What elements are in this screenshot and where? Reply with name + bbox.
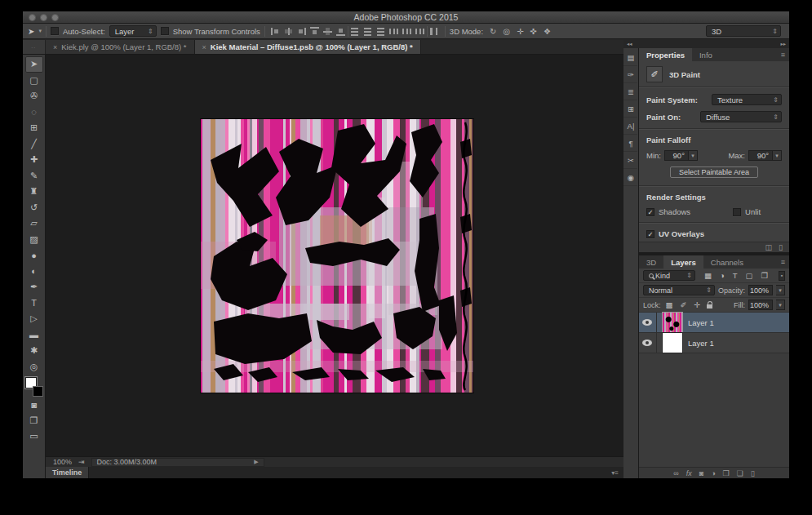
- layer-thumbnail[interactable]: [663, 313, 682, 332]
- layer-row[interactable]: Layer 1: [639, 333, 789, 353]
- lock-position-icon[interactable]: ✛: [692, 300, 702, 309]
- eye-icon[interactable]: [642, 340, 652, 346]
- marquee-tool[interactable]: ▢: [25, 73, 43, 89]
- type-tool[interactable]: T: [25, 295, 43, 312]
- distribute-top-edges-icon[interactable]: [349, 27, 360, 36]
- align-top-edges-icon[interactable]: [309, 27, 320, 36]
- layer-comps-panel-icon[interactable]: ⊞: [623, 101, 637, 118]
- distribute-left-edges-icon[interactable]: [388, 27, 399, 36]
- 3d-pan-icon[interactable]: ✛: [517, 27, 523, 36]
- uv-overlays-checkbox[interactable]: ✓: [646, 230, 654, 238]
- tab-channels[interactable]: Channels: [703, 255, 751, 269]
- lock-transparency-icon[interactable]: ▩: [664, 300, 675, 309]
- clone-stamp-tool[interactable]: ♜: [25, 184, 43, 200]
- tab-timeline[interactable]: Timeline: [46, 467, 89, 478]
- move-tool[interactable]: ➤: [25, 56, 43, 73]
- show-transform-checkbox[interactable]: [161, 27, 169, 35]
- maximize-window-icon[interactable]: [51, 14, 59, 21]
- canvas-area[interactable]: [46, 55, 623, 456]
- new-layer-icon[interactable]: ❏: [737, 469, 743, 477]
- filter-kind-dropdown[interactable]: Kind ⇕: [643, 270, 695, 281]
- 3d-roll-icon[interactable]: ◎: [503, 27, 510, 36]
- lock-pixels-icon[interactable]: ✐: [678, 300, 688, 309]
- zoom-tool[interactable]: ◎: [25, 359, 43, 375]
- panel-menu-icon[interactable]: ≡: [781, 255, 789, 269]
- libraries-panel-icon[interactable]: ▤: [623, 50, 637, 66]
- opacity-dropdown-button[interactable]: ▾: [776, 285, 785, 295]
- workspace-dropdown[interactable]: 3D ⇕: [706, 25, 781, 37]
- collapse-panels-icon[interactable]: ◂◂: [627, 41, 632, 47]
- auto-select-checkbox[interactable]: [51, 27, 59, 35]
- visibility-cell[interactable]: [639, 333, 657, 353]
- timeline-menu-icon[interactable]: ▾≡: [611, 467, 623, 478]
- filter-pixel-layers-icon[interactable]: ▦: [703, 271, 713, 280]
- distribute-horizontal-centers-icon[interactable]: [402, 27, 412, 36]
- filter-smart-objects-icon[interactable]: ❐: [760, 271, 770, 280]
- expand-panels-icon[interactable]: ▸▸: [780, 41, 786, 47]
- align-vertical-centers-icon[interactable]: [322, 27, 333, 36]
- filter-toggle-switch[interactable]: ▪: [779, 271, 785, 281]
- toggle-visibility-icon[interactable]: ◫: [765, 243, 773, 251]
- unlit-checkbox[interactable]: [733, 208, 741, 216]
- filter-adjustment-layers-icon[interactable]: ◑: [718, 271, 726, 280]
- new-group-icon[interactable]: ❒: [723, 469, 730, 477]
- auto-align-layers-icon[interactable]: [428, 27, 439, 36]
- blend-mode-dropdown[interactable]: Normal ⇕: [643, 285, 715, 295]
- min-dropdown-button[interactable]: ▾: [689, 150, 698, 161]
- fill-dropdown-button[interactable]: ▾: [776, 300, 785, 310]
- layer-fill-value[interactable]: 100%: [748, 300, 773, 310]
- character-panel-icon[interactable]: A|: [623, 118, 637, 135]
- quick-selection-tool[interactable]: ◌: [25, 104, 43, 121]
- paint-on-dropdown[interactable]: Diffuse ⇕: [700, 111, 782, 122]
- path-selection-tool[interactable]: ▷: [25, 311, 43, 327]
- link-layers-icon[interactable]: ∞: [673, 469, 678, 477]
- eraser-tool[interactable]: ▱: [25, 215, 43, 232]
- screen-mode-full-icon[interactable]: ▭: [25, 428, 43, 445]
- delete-layer-icon[interactable]: ▯: [751, 469, 755, 477]
- tool-preset-caret-icon[interactable]: ▾: [38, 28, 42, 34]
- distribute-vertical-centers-icon[interactable]: [362, 27, 373, 36]
- brush-tool[interactable]: ✎: [25, 168, 43, 184]
- layer-style-icon[interactable]: fx: [686, 469, 692, 477]
- zoom-level[interactable]: 100%: [53, 458, 72, 466]
- layer-row[interactable]: Layer 1: [639, 313, 789, 333]
- eye-icon[interactable]: [642, 319, 652, 326]
- distribute-bottom-edges-icon[interactable]: [375, 27, 386, 36]
- filter-type-layers-icon[interactable]: T: [731, 271, 739, 280]
- brush-panel-icon[interactable]: ✑: [623, 67, 637, 83]
- quick-mask-icon[interactable]: ◙: [25, 397, 43, 413]
- blur-tool[interactable]: ●: [25, 247, 43, 264]
- dodge-tool[interactable]: ◐: [25, 264, 43, 280]
- smudge-panel-icon[interactable]: ◉: [623, 170, 637, 186]
- close-tab-icon[interactable]: ×: [202, 43, 206, 51]
- align-horizontal-centers-icon[interactable]: [283, 27, 294, 36]
- tab-properties[interactable]: Properties: [639, 48, 692, 61]
- status-options-arrow-icon[interactable]: ▶: [254, 459, 258, 465]
- shadows-checkbox[interactable]: ✓: [646, 208, 654, 216]
- adjustment-layer-icon[interactable]: ◑: [711, 469, 715, 477]
- tool-presets-panel-icon[interactable]: ✂: [623, 153, 637, 169]
- layer-opacity-value[interactable]: 100%: [748, 285, 773, 295]
- align-right-edges-icon[interactable]: [296, 27, 307, 36]
- delete-icon[interactable]: ▯: [779, 243, 783, 251]
- add-mask-icon[interactable]: ◙: [699, 469, 703, 477]
- auto-select-dropdown[interactable]: Layer ⇕: [109, 25, 157, 37]
- crop-tool[interactable]: ⊞: [25, 120, 43, 136]
- diffuse-texture-image[interactable]: [201, 119, 473, 393]
- shape-tool[interactable]: ▬: [25, 327, 43, 344]
- gradient-tool[interactable]: ▨: [25, 232, 43, 248]
- align-bottom-edges-icon[interactable]: [335, 27, 346, 36]
- screen-mode-icon[interactable]: ❐: [25, 413, 43, 429]
- panel-menu-icon[interactable]: ≡: [781, 48, 789, 61]
- color-swatches[interactable]: [25, 377, 43, 397]
- healing-brush-tool[interactable]: ✚: [25, 152, 43, 168]
- brush-presets-panel-icon[interactable]: ≣: [623, 84, 637, 100]
- distribute-right-edges-icon[interactable]: [415, 27, 425, 36]
- lock-all-icon[interactable]: [707, 304, 712, 309]
- hand-tool[interactable]: ✱: [25, 343, 43, 359]
- 3d-scale-icon[interactable]: ❖: [544, 27, 551, 36]
- tab-kiek-material-diffuse[interactable]: × Kiek Material – Diffuse1.psb @ 100% (L…: [195, 40, 421, 54]
- max-dropdown-button[interactable]: ▾: [773, 150, 782, 161]
- align-left-edges-icon[interactable]: [270, 27, 281, 36]
- min-angle-value[interactable]: 90°: [664, 150, 689, 161]
